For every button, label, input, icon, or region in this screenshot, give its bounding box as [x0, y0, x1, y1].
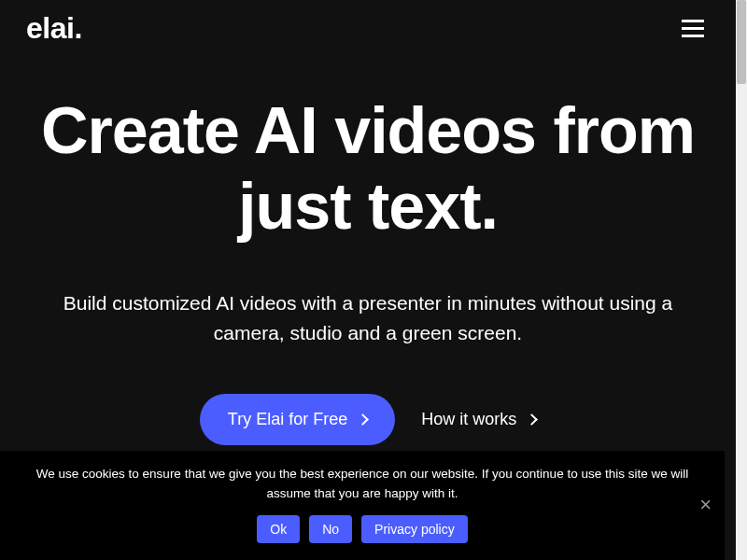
- cookie-privacy-button[interactable]: Privacy policy: [361, 515, 468, 543]
- cookie-text: We use cookies to ensure that we give yo…: [26, 464, 698, 504]
- close-icon: ×: [699, 493, 712, 516]
- scrollbar-thumb[interactable]: [737, 0, 746, 84]
- scrollbar-track[interactable]: [736, 0, 747, 560]
- how-it-works-link[interactable]: How it works: [421, 410, 536, 429]
- header: elai.: [0, 0, 736, 56]
- menu-button[interactable]: [676, 14, 710, 43]
- try-free-button[interactable]: Try Elai for Free: [200, 394, 395, 445]
- hero-subtitle: Build customized AI videos with a presen…: [37, 288, 698, 347]
- logo[interactable]: elai.: [26, 11, 82, 46]
- cookie-close-button[interactable]: ×: [699, 495, 712, 515]
- cookie-buttons: Ok No Privacy policy: [22, 515, 702, 543]
- chevron-right-icon: [526, 413, 538, 426]
- cookie-banner: We use cookies to ensure that we give yo…: [0, 451, 725, 560]
- hero-section: Create AI videos from just text. Build c…: [0, 93, 736, 445]
- try-free-label: Try Elai for Free: [228, 410, 347, 429]
- cta-row: Try Elai for Free How it works: [37, 394, 698, 445]
- hero-title: Create AI videos from just text.: [37, 93, 698, 244]
- cookie-no-button[interactable]: No: [309, 515, 352, 543]
- chevron-right-icon: [357, 413, 369, 426]
- hamburger-icon: [682, 20, 704, 22]
- how-it-works-label: How it works: [421, 410, 516, 429]
- cookie-ok-button[interactable]: Ok: [257, 515, 300, 543]
